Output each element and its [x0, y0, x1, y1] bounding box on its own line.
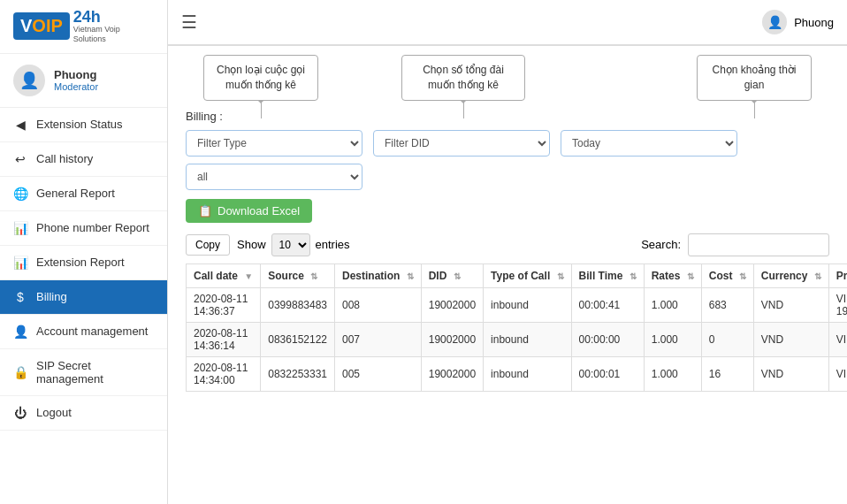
entries-label: entries [316, 238, 350, 251]
logo-24h: 24h [73, 9, 154, 25]
tooltip-type: Chọn loại cuộc gọi muốn thống kê [203, 55, 318, 101]
filter-row-2: all [186, 164, 829, 190]
table-cell: 1.000 [644, 322, 701, 356]
avatar: 👤 [13, 65, 45, 96]
table-cell: 2020-08-11 14:34:00 [187, 356, 261, 391]
sidebar-item-billing[interactable]: $ Billing [0, 280, 167, 315]
col-provider[interactable]: Provider ⇅ [828, 263, 847, 287]
hamburger-menu[interactable]: ☰ [181, 11, 197, 33]
tooltip-did: Chọn số tổng đài muốn thống kê [401, 55, 525, 101]
table-cell: inbound [484, 356, 571, 391]
table-cell: 19002000 [421, 356, 483, 391]
content-area: Chọn loại cuộc gọi muốn thống kê Chọn số… [168, 46, 847, 504]
sort-cost-icon: ⇅ [739, 271, 746, 281]
table-controls: Copy Show 10 25 50 entries Search: [186, 233, 829, 256]
sidebar-nav: ◀ Extension Status ↩ Call history 🌐 Gene… [0, 108, 167, 504]
table-row: 2020-08-11 14:34:00083225333100519002000… [187, 356, 848, 391]
col-source-label: Source [268, 270, 304, 282]
col-cost-label: Cost [709, 270, 733, 282]
search-box: Search: [641, 233, 829, 256]
col-source[interactable]: Source ⇅ [261, 263, 335, 287]
table-cell: 2020-08-11 14:36:14 [187, 322, 261, 356]
show-label: Show [237, 238, 266, 251]
sort-currency-icon: ⇅ [814, 271, 821, 281]
table-cell: VIETTEL-1900 [828, 287, 847, 322]
entries-select[interactable]: 10 25 50 [271, 233, 310, 256]
sort-type-icon: ⇅ [557, 271, 564, 281]
col-did-label: DID [429, 270, 447, 282]
col-call-date-label: Call date [194, 270, 238, 282]
sidebar: VOIP 24h Vietnam Voip Solutions 👤 Phuong… [0, 0, 168, 504]
filter-type-select[interactable]: Filter Type [186, 130, 362, 157]
table-cell: 2020-08-11 14:36:37 [187, 287, 261, 322]
sidebar-label-extension-status: Extension Status [36, 118, 123, 131]
table-cell: 005 [335, 356, 422, 391]
sort-destination-icon: ⇅ [407, 271, 414, 281]
col-cost[interactable]: Cost ⇅ [701, 263, 753, 287]
table-cell: 683 [701, 287, 753, 322]
sort-rates-icon: ⇅ [687, 271, 694, 281]
filter-time-select[interactable]: Today [561, 130, 737, 157]
search-input[interactable] [688, 233, 829, 256]
col-currency[interactable]: Currency ⇅ [753, 263, 828, 287]
header-avatar: 👤 [762, 10, 787, 34]
col-destination-label: Destination [342, 270, 400, 282]
sidebar-item-extension-status[interactable]: ◀ Extension Status [0, 108, 167, 142]
table-cell: VND [753, 287, 828, 322]
copy-button[interactable]: Copy [186, 234, 230, 256]
table-cell: 16 [701, 356, 753, 391]
show-entries: Show 10 25 50 entries [237, 233, 350, 256]
sidebar-label-logout: Logout [36, 406, 72, 419]
table-cell: 00:00:00 [571, 322, 644, 356]
sidebar-item-phone-number-report[interactable]: 📊 Phone number Report [0, 211, 167, 246]
table-cell: 19002000 [421, 322, 483, 356]
col-bill-time[interactable]: Bill Time ⇅ [571, 263, 644, 287]
sort-call-date-icon: ▼ [244, 271, 253, 281]
table-cell: 007 [335, 322, 422, 356]
download-label: Download Excel [217, 204, 300, 218]
top-bar: ☰ 👤 Phuong [168, 0, 847, 46]
data-table: Call date ▼ Source ⇅ Destination ⇅ DID [186, 263, 847, 392]
col-did[interactable]: DID ⇅ [421, 263, 483, 287]
col-rates[interactable]: Rates ⇅ [644, 263, 701, 287]
table-cell: 1.000 [644, 287, 701, 322]
sidebar-label-extension-report: Extension Report [36, 256, 125, 269]
user-role: Moderator [54, 81, 98, 92]
account-icon: 👤 [13, 325, 27, 339]
tooltip-time: Chọn khoảng thời gian [697, 55, 812, 101]
table-cell: inbound [484, 322, 571, 356]
sidebar-label-phone-number-report: Phone number Report [36, 221, 149, 234]
table-controls-left: Copy Show 10 25 50 entries [186, 233, 350, 256]
table-cell: VND [753, 322, 828, 356]
col-type-of-call[interactable]: Type of Call ⇅ [484, 263, 571, 287]
sidebar-user: 👤 Phuong Moderator [0, 54, 167, 108]
col-call-date[interactable]: Call date ▼ [187, 263, 261, 287]
extension-report-icon: 📊 [13, 256, 27, 270]
table-cell: VND [753, 356, 828, 391]
logo: VOIP 24h Vietnam Voip Solutions [0, 0, 167, 54]
main-area: ☰ 👤 Phuong Chọn loại cuộc gọi muốn thống… [168, 0, 847, 504]
sidebar-item-call-history[interactable]: ↩ Call history [0, 142, 167, 177]
sort-did-icon: ⇅ [454, 271, 461, 281]
filter-did-select[interactable]: Filter DID [373, 130, 550, 157]
sidebar-item-general-report[interactable]: 🌐 General Report [0, 177, 167, 211]
table-body: 2020-08-11 14:36:37039988348300819002000… [187, 287, 848, 391]
search-label: Search: [641, 238, 681, 251]
logout-icon: ⏻ [13, 406, 27, 420]
table-cell: VINA-1900 [828, 322, 847, 356]
sidebar-item-account-management[interactable]: 👤 Account management [0, 315, 167, 349]
table-cell: 00:00:41 [571, 287, 644, 322]
sidebar-item-logout[interactable]: ⏻ Logout [0, 396, 167, 431]
sidebar-item-sip-secret-management[interactable]: 🔒 SIP Secret management [0, 349, 167, 396]
filter-row-1: Filter Type Filter DID Today [186, 130, 829, 157]
col-provider-label: Provider [836, 270, 847, 282]
user-info: Phuong Moderator [54, 68, 98, 92]
col-bill-time-label: Bill Time [579, 270, 623, 282]
col-destination[interactable]: Destination ⇅ [335, 263, 422, 287]
filter-all-select[interactable]: all [186, 164, 362, 190]
table-cell: 0 [701, 322, 753, 356]
sidebar-item-extension-report[interactable]: 📊 Extension Report [0, 246, 167, 280]
billing-label: Billing : [186, 110, 829, 123]
download-excel-button[interactable]: 📋 Download Excel [186, 199, 312, 223]
table-cell: VINA-1900 [828, 356, 847, 391]
